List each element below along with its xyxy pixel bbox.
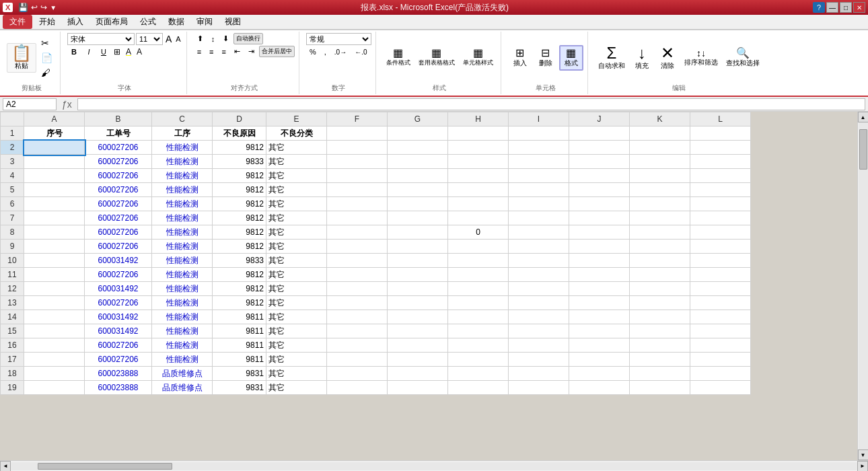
quick-undo[interactable]: ↩	[31, 3, 38, 12]
cell-14-D[interactable]: 9811	[213, 310, 266, 324]
cell-2-D[interactable]: 9812	[213, 141, 266, 155]
row-header-18[interactable]: 18	[1, 367, 24, 381]
cell-13-C[interactable]: 性能检测	[152, 296, 213, 310]
align-top-button[interactable]: ⬆	[194, 33, 207, 44]
cell-2-L[interactable]	[690, 141, 751, 155]
quick-redo[interactable]: ↪	[40, 3, 47, 12]
cell-16-L[interactable]	[690, 338, 751, 353]
cell-13-F[interactable]	[327, 296, 388, 310]
cell-6-K[interactable]	[630, 197, 690, 211]
cell-15-E[interactable]: 其它	[266, 324, 327, 338]
cell-18-A[interactable]	[24, 367, 85, 381]
cell-3-G[interactable]	[388, 155, 448, 169]
cell-5-E[interactable]: 其它	[266, 183, 327, 197]
cell-4-J[interactable]	[569, 169, 630, 183]
cell-11-D[interactable]: 9812	[213, 268, 266, 282]
cell-8-E[interactable]: 其它	[266, 225, 327, 240]
cell-2-J[interactable]	[569, 141, 630, 155]
cell-2-A[interactable]	[24, 141, 85, 155]
cell-7-D[interactable]: 9812	[213, 211, 266, 225]
col-header-F[interactable]: F	[327, 112, 388, 126]
cell-8-J[interactable]	[569, 225, 630, 240]
cell-13-H[interactable]	[448, 296, 509, 310]
cell-15-G[interactable]	[388, 324, 448, 338]
menu-file[interactable]: 文件	[3, 15, 32, 29]
cell-8-I[interactable]	[509, 225, 569, 240]
restore-button[interactable]: □	[840, 2, 852, 13]
row-header-19[interactable]: 19	[1, 381, 24, 395]
cell-15-J[interactable]	[569, 324, 630, 338]
cell-7-I[interactable]	[509, 211, 569, 225]
copy-button[interactable]: 📄	[38, 51, 56, 65]
cell-19-G[interactable]	[388, 381, 448, 395]
cell-14-F[interactable]	[327, 310, 388, 324]
increase-decimal-button[interactable]: .0→	[331, 47, 350, 57]
cell-10-K[interactable]	[630, 254, 690, 268]
cell-1-L[interactable]	[690, 126, 751, 141]
cell-16-I[interactable]	[509, 338, 569, 353]
cell-19-K[interactable]	[630, 381, 690, 395]
cell-3-H[interactable]	[448, 155, 509, 169]
cell-16-H[interactable]	[448, 338, 509, 353]
font-decrease-button[interactable]: A	[174, 34, 182, 44]
cell-15-C[interactable]: 性能检测	[152, 324, 213, 338]
cell-5-F[interactable]	[327, 183, 388, 197]
table-format-button[interactable]: ▦ 套用表格格式	[415, 46, 458, 69]
cell-12-A[interactable]	[24, 282, 85, 296]
col-header-B[interactable]: B	[85, 112, 152, 126]
cell-18-C[interactable]: 品质维修点	[152, 367, 213, 381]
vertical-scrollbar[interactable]: ▲ ▼	[857, 112, 868, 460]
cell-13-I[interactable]	[509, 296, 569, 310]
menu-review[interactable]: 审阅	[191, 15, 218, 29]
cell-14-H[interactable]	[448, 310, 509, 324]
cell-15-F[interactable]	[327, 324, 388, 338]
cell-13-J[interactable]	[569, 296, 630, 310]
cell-19-J[interactable]	[569, 381, 630, 395]
cell-3-A[interactable]	[24, 155, 85, 169]
cell-16-D[interactable]: 9811	[213, 338, 266, 353]
cell-14-J[interactable]	[569, 310, 630, 324]
cell-6-D[interactable]: 9812	[213, 197, 266, 211]
row-header-6[interactable]: 6	[1, 197, 24, 211]
cell-7-B[interactable]: 600027206	[85, 211, 152, 225]
font-size-select[interactable]: 11	[136, 33, 163, 45]
insert-button[interactable]: ⊞ 插入	[508, 46, 532, 70]
row-header-5[interactable]: 5	[1, 183, 24, 197]
scroll-track[interactable]	[859, 122, 868, 449]
cell-11-L[interactable]	[690, 268, 751, 282]
col-header-J[interactable]: J	[569, 112, 630, 126]
cell-12-B[interactable]: 600031492	[85, 282, 152, 296]
cell-19-A[interactable]	[24, 381, 85, 395]
cell-14-A[interactable]	[24, 310, 85, 324]
function-icon[interactable]: ƒx	[59, 99, 75, 110]
cell-9-K[interactable]	[630, 240, 690, 254]
minimize-button[interactable]: —	[826, 2, 838, 13]
cell-17-L[interactable]	[690, 353, 751, 367]
cell-1-D[interactable]: 不良原因	[213, 126, 266, 141]
cell-18-B[interactable]: 600023888	[85, 367, 152, 381]
cell-9-F[interactable]	[327, 240, 388, 254]
cell-14-L[interactable]	[690, 310, 751, 324]
cell-3-E[interactable]: 其它	[266, 155, 327, 169]
cell-3-D[interactable]: 9833	[213, 155, 266, 169]
delete-button[interactable]: ⊟ 删除	[534, 46, 558, 70]
cell-12-K[interactable]	[630, 282, 690, 296]
decrease-indent-button[interactable]: ⇤	[231, 46, 244, 57]
align-center-button[interactable]: ≡	[206, 46, 217, 57]
cell-16-C[interactable]: 性能检测	[152, 338, 213, 353]
align-middle-button[interactable]: ↕	[208, 33, 219, 44]
align-left-button[interactable]: ≡	[194, 46, 205, 57]
row-header-13[interactable]: 13	[1, 296, 24, 310]
cell-5-L[interactable]	[690, 183, 751, 197]
underline-button[interactable]: U	[97, 46, 110, 57]
cell-7-K[interactable]	[630, 211, 690, 225]
cell-13-L[interactable]	[690, 296, 751, 310]
scroll-thumb[interactable]	[859, 129, 867, 170]
cell-6-B[interactable]: 600027206	[85, 197, 152, 211]
row-header-14[interactable]: 14	[1, 310, 24, 324]
col-header-L[interactable]: L	[690, 112, 751, 126]
cell-12-F[interactable]	[327, 282, 388, 296]
cell-9-G[interactable]	[388, 240, 448, 254]
cell-15-A[interactable]	[24, 324, 85, 338]
cell-3-J[interactable]	[569, 155, 630, 169]
